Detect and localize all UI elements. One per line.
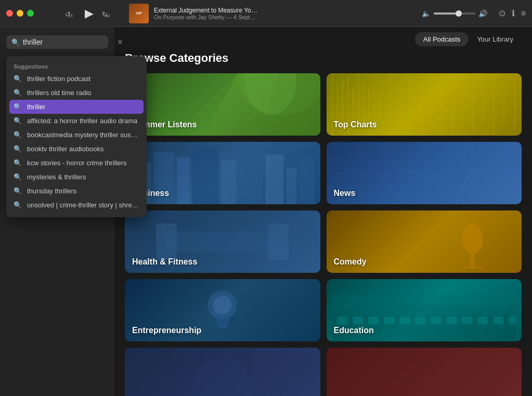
suggestion-search-icon: 🔍	[14, 173, 22, 181]
suggestion-search-icon: 🔍	[14, 145, 22, 153]
suggestions-label: Suggestions	[6, 61, 147, 72]
rewind-button[interactable]: ↺ 15	[65, 8, 76, 19]
svg-rect-29	[514, 78, 515, 130]
svg-rect-52	[216, 318, 229, 324]
sidebar: 🔍 ✕ Suggestions 🔍 thriller fiction podca…	[0, 27, 114, 396]
svg-rect-47	[268, 223, 289, 260]
svg-rect-16	[379, 91, 380, 120]
suggestion-search-icon: 🔍	[14, 159, 22, 167]
svg-rect-37	[286, 168, 296, 204]
svg-rect-33	[192, 147, 218, 204]
svg-rect-35	[239, 150, 263, 204]
bottom1-decoration	[125, 348, 320, 396]
svg-rect-28	[503, 84, 504, 125]
svg-rect-36	[265, 155, 283, 204]
search-input[interactable]	[23, 38, 114, 46]
news-decoration	[327, 142, 522, 204]
suggestion-text: unsolved | crime-thriller story | shre…	[27, 201, 139, 209]
suggestion-search-icon: 🔍	[14, 103, 22, 111]
category-label: Education	[334, 326, 374, 335]
svg-rect-58	[337, 316, 347, 324]
suggestion-item[interactable]: 🔍 thriller fiction podcast	[6, 72, 147, 86]
info-icon[interactable]: ℹ	[512, 8, 515, 18]
category-grid: Summer Listens	[114, 73, 532, 396]
volume-high-icon: 🔊	[478, 9, 487, 18]
play-button[interactable]: ▶	[85, 7, 94, 20]
suggestion-search-icon: 🔍	[14, 117, 22, 125]
suggestion-item[interactable]: 🔍 kcw stories - horror crime thrillers	[6, 156, 147, 170]
suggestion-text: kcw stories - horror crime thrillers	[27, 159, 126, 167]
search-container: 🔍 ✕	[0, 31, 114, 53]
suggestion-item[interactable]: 🔍 mysteries & thrillers	[6, 170, 147, 184]
svg-rect-25	[472, 76, 473, 133]
airplay-icon[interactable]: ⊙	[499, 8, 505, 18]
suggestion-item[interactable]: 🔍 afflicted: a horror thriller audio dra…	[6, 114, 147, 128]
browse-header: Browse Categories	[114, 51, 532, 73]
svg-rect-24	[462, 86, 463, 120]
card-background	[125, 348, 320, 396]
menu-icon[interactable]: ≡	[521, 9, 526, 18]
svg-rect-22	[441, 73, 442, 136]
suggestion-text: booktv thriller audiobooks	[27, 145, 103, 153]
category-card-entrepreneurship[interactable]: Entrepreneurship	[125, 279, 320, 341]
suggestion-item-highlighted[interactable]: 🔍 thriller	[9, 100, 144, 114]
svg-rect-45	[166, 231, 278, 252]
volume-knob[interactable]	[456, 10, 462, 17]
playback-controls: ↺ 15 ▶ ↻ 60	[65, 7, 113, 20]
category-card-news[interactable]: News	[327, 142, 522, 204]
svg-rect-18	[399, 84, 400, 125]
category-card-partial-2[interactable]	[327, 348, 522, 396]
tab-your-library[interactable]: Your Library	[469, 32, 522, 46]
svg-point-48	[462, 223, 483, 255]
volume-low-icon: 🔈	[422, 9, 431, 18]
svg-point-70	[191, 358, 253, 396]
suggestion-item[interactable]: 🔍 thursday thrillers	[6, 184, 147, 198]
svg-rect-20	[420, 76, 421, 136]
category-label: Top Charts	[334, 120, 377, 129]
svg-rect-57	[332, 295, 516, 308]
main-layout: 🔍 ✕ Suggestions 🔍 thriller fiction podca…	[0, 27, 532, 396]
svg-rect-61	[384, 316, 394, 324]
forward-button[interactable]: ↻ 60	[102, 8, 113, 19]
suggestion-item[interactable]: 🔍 bookcastmedia mystery thriller susp…	[6, 128, 147, 142]
category-card-health[interactable]: Health & Fitness	[125, 210, 320, 273]
nav-tabs: All Podcasts Your Library	[114, 27, 532, 51]
svg-rect-63	[415, 316, 425, 324]
svg-rect-66	[462, 316, 472, 324]
svg-rect-71	[327, 348, 522, 396]
suggestion-text: mysteries & thrillers	[27, 173, 86, 181]
svg-rect-65	[446, 316, 457, 324]
category-card-business[interactable]: Business	[125, 142, 320, 204]
volume-fill	[434, 12, 457, 15]
suggestion-text: thriller fiction podcast	[27, 75, 90, 83]
suggestion-search-icon: 🔍	[14, 131, 22, 139]
svg-rect-69	[509, 316, 516, 324]
category-card-education[interactable]: Education	[327, 279, 522, 341]
svg-rect-8	[337, 84, 338, 125]
category-label: News	[334, 189, 356, 198]
close-button[interactable]	[6, 10, 13, 17]
suggestion-item[interactable]: 🔍 unsolved | crime-thriller story | shre…	[6, 198, 147, 212]
category-card-topcharts[interactable]: Top Charts	[327, 73, 522, 136]
svg-rect-46	[156, 223, 177, 260]
svg-rect-38	[299, 157, 315, 204]
minimize-button[interactable]	[17, 10, 23, 17]
suggestion-item[interactable]: 🔍 thrillers old time radio	[6, 86, 147, 100]
suggestion-search-icon: 🔍	[14, 75, 22, 83]
tab-all-podcasts[interactable]: All Podcasts	[415, 32, 469, 46]
episode-info: External Judgement to Measure Your Achie…	[154, 7, 258, 20]
suggestion-search-icon: 🔍	[14, 187, 22, 195]
maximize-button[interactable]	[27, 10, 34, 17]
category-card-comedy[interactable]: Comedy	[327, 210, 522, 273]
category-card-partial-1[interactable]	[125, 348, 320, 396]
clear-search-button[interactable]: ✕	[117, 38, 123, 46]
volume-control: 🔈 🔊	[422, 9, 487, 18]
content-area: All Podcasts Your Library Browse Categor…	[114, 27, 532, 396]
svg-rect-17	[389, 73, 390, 136]
suggestion-item[interactable]: 🔍 booktv thriller audiobooks	[6, 142, 147, 156]
volume-slider[interactable]	[434, 12, 475, 15]
category-card-summer[interactable]: Summer Listens	[125, 73, 320, 136]
category-label: Comedy	[334, 257, 367, 267]
suggestion-text: bookcastmedia mystery thriller susp…	[27, 131, 139, 139]
titlebar: ↺ 15 ▶ ↻ 60 OP External Judgement to Mea…	[0, 0, 532, 27]
